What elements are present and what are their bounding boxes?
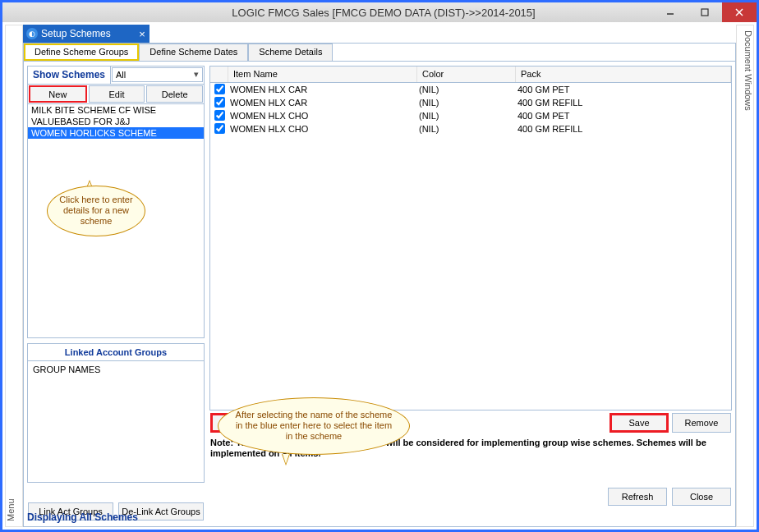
cell-pack: 400 GM PET — [516, 111, 731, 121]
minimize-button[interactable] — [653, 2, 688, 22]
show-schemes-label: Show Schemes — [28, 66, 111, 84]
table-row[interactable]: WOMEN HLX CAR (NIL) 400 GM REFILL — [210, 96, 731, 109]
close-panel-button[interactable]: Close — [672, 488, 731, 506]
scheme-list[interactable]: MILK BITE SCHEME CF WISE VALUEBASED FOR … — [28, 104, 204, 139]
cell-pack: 400 GM PET — [516, 85, 731, 94]
document-tab[interactable]: ◐ Setup Schemes × — [23, 25, 150, 43]
cell-item: WOMEN HLX CAR — [228, 98, 417, 108]
titlebar: LOGIC FMCG Sales [FMCG DEMO DATA (DIST)-… — [2, 2, 757, 22]
grid-header-check — [210, 66, 228, 82]
list-item[interactable]: VALUEBASED FOR J&J — [28, 116, 204, 127]
list-item[interactable]: MILK BITE SCHEME CF WISE — [28, 104, 204, 116]
save-button[interactable]: Save — [610, 413, 669, 433]
row-checkbox[interactable] — [214, 84, 225, 94]
close-tab-icon[interactable]: × — [135, 28, 150, 40]
delete-scheme-button[interactable]: Delete — [146, 85, 203, 103]
show-schemes-select[interactable]: All — [112, 67, 203, 82]
grid-header: Item Name Color Pack — [210, 66, 731, 83]
tab-define-dates[interactable]: Define Scheme Dates — [139, 44, 248, 61]
grid-header-color[interactable]: Color — [417, 66, 516, 82]
cell-color: (NIL) — [417, 98, 516, 108]
bottom-buttons: Refresh Close — [607, 487, 732, 507]
refresh-button[interactable]: Refresh — [608, 488, 667, 506]
linked-accounts-item: GROUP NAMES — [28, 361, 204, 378]
row-checkbox[interactable] — [214, 123, 225, 134]
remove-button[interactable]: Remove — [672, 413, 731, 433]
svg-rect-1 — [702, 9, 708, 16]
cell-pack: 400 GM REFILL — [516, 98, 731, 108]
status-text: Displaying All Schemes — [27, 511, 138, 523]
row-checkbox[interactable] — [214, 110, 225, 121]
grid-header-pack[interactable]: Pack — [516, 66, 731, 82]
cell-color: (NIL) — [417, 85, 516, 94]
list-item-selected[interactable]: WOMEN HORLICKS SCHEME — [28, 127, 204, 139]
left-column: Show Schemes All New Edit Delete MILK BI… — [27, 66, 205, 521]
edit-scheme-button[interactable]: Edit — [89, 85, 145, 103]
window-title: LOGIC FMCG Sales [FMCG DEMO DATA (DIST)-… — [11, 7, 757, 19]
tab-scheme-details[interactable]: Scheme Details — [248, 44, 333, 61]
menu-rail[interactable]: Menu — [5, 25, 23, 527]
tab-define-groups[interactable]: Define Scheme Groups — [24, 44, 139, 61]
cell-item: WOMEN HLX CHO — [228, 124, 417, 134]
close-button[interactable] — [722, 2, 757, 22]
tab-row: Define Scheme Groups Define Scheme Dates… — [24, 44, 735, 62]
table-row[interactable]: WOMEN HLX CAR (NIL) 400 GM PET — [210, 83, 731, 96]
window-controls — [653, 2, 757, 22]
app-window: LOGIC FMCG Sales [FMCG DEMO DATA (DIST)-… — [0, 0, 759, 532]
callout-pointer — [282, 454, 290, 466]
new-scheme-button[interactable]: New — [29, 85, 87, 103]
callout-new-items: After selecting the name of the scheme i… — [218, 397, 410, 455]
cell-color: (NIL) — [417, 124, 516, 134]
maximize-button[interactable] — [688, 2, 722, 22]
cell-color: (NIL) — [417, 111, 516, 121]
document-windows-rail[interactable]: Document Windows — [736, 25, 754, 527]
cell-pack: 400 GM REFILL — [516, 124, 731, 134]
linked-accounts-title: Linked Account Groups — [28, 344, 204, 361]
setup-schemes-panel: Define Scheme Groups Define Scheme Dates… — [23, 43, 736, 527]
linked-accounts-panel: Linked Account Groups GROUP NAMES — [27, 343, 205, 483]
table-row[interactable]: WOMEN HLX CHO (NIL) 400 GM PET — [210, 109, 731, 122]
row-checkbox[interactable] — [214, 97, 225, 108]
cell-item: WOMEN HLX CHO — [228, 111, 417, 121]
document-tab-label: Setup Schemes — [41, 28, 135, 39]
app-icon: ◐ — [26, 28, 38, 39]
grid-body: WOMEN HLX CAR (NIL) 400 GM PET WOMEN HLX… — [210, 83, 731, 135]
document-area: ◐ Setup Schemes × Define Scheme Groups D… — [23, 25, 736, 527]
table-row[interactable]: WOMEN HLX CHO (NIL) 400 GM REFILL — [210, 122, 731, 135]
cell-item: WOMEN HLX CAR — [228, 85, 417, 94]
callout-new-scheme: Click here to enter details for a new sc… — [47, 186, 145, 236]
items-grid: Item Name Color Pack WOMEN HLX CAR (NIL)… — [209, 66, 732, 410]
grid-header-item[interactable]: Item Name — [228, 66, 417, 82]
tab-content: Show Schemes All New Edit Delete MILK BI… — [24, 62, 735, 526]
